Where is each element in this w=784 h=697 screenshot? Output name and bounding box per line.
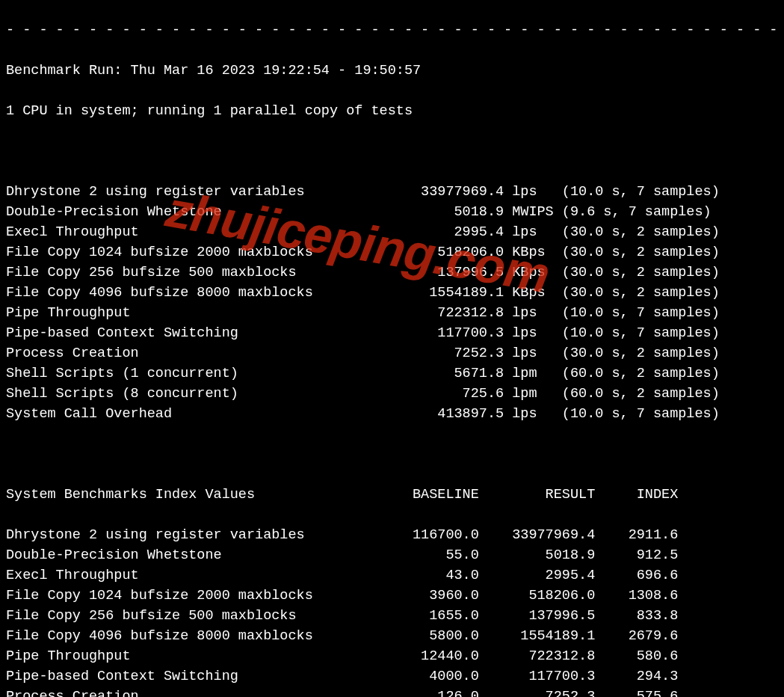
result-row: Pipe-based Context Switching 117700.3 lp… — [6, 323, 778, 343]
result-row: Shell Scripts (1 concurrent) 5671.8 lpm … — [6, 363, 778, 384]
index-row: Dhrystone 2 using register variables 116… — [6, 525, 778, 545]
index-row: Pipe Throughput 12440.0 722312.8 580.6 — [6, 646, 778, 666]
index-row: Double-Precision Whetstone 55.0 5018.9 9… — [6, 545, 778, 565]
results-block: Dhrystone 2 using register variables 339… — [6, 182, 778, 424]
cpu-info-header: 1 CPU in system; running 1 parallel copy… — [6, 101, 778, 121]
result-row: Shell Scripts (8 concurrent) 725.6 lpm (… — [6, 384, 778, 404]
terminal-output: - - - - - - - - - - - - - - - - - - - - … — [0, 0, 784, 697]
result-row: File Copy 1024 bufsize 2000 maxblocks 51… — [6, 242, 778, 262]
index-row: Process Creation 126.0 7252.3 575.6 — [6, 687, 778, 697]
benchmark-run-header: Benchmark Run: Thu Mar 16 2023 19:22:54 … — [6, 61, 778, 81]
index-row: File Copy 4096 bufsize 8000 maxblocks 58… — [6, 626, 778, 646]
blank-line — [6, 444, 778, 464]
result-row: File Copy 256 bufsize 500 maxblocks 1379… — [6, 262, 778, 283]
result-row: Execl Throughput 2995.4 lps (30.0 s, 2 s… — [6, 222, 778, 242]
result-row: Process Creation 7252.3 lps (30.0 s, 2 s… — [6, 343, 778, 363]
index-row: File Copy 256 bufsize 500 maxblocks 1655… — [6, 606, 778, 626]
dash-line: - - - - - - - - - - - - - - - - - - - - … — [6, 20, 778, 40]
index-row: File Copy 1024 bufsize 2000 maxblocks 39… — [6, 586, 778, 606]
blank-line — [6, 141, 778, 162]
index-row: Pipe-based Context Switching 4000.0 1177… — [6, 666, 778, 687]
result-row: Dhrystone 2 using register variables 339… — [6, 182, 778, 202]
index-row: Execl Throughput 43.0 2995.4 696.6 — [6, 565, 778, 586]
result-row: Pipe Throughput 722312.8 lps (10.0 s, 7 … — [6, 303, 778, 323]
result-row: File Copy 4096 bufsize 8000 maxblocks 15… — [6, 283, 778, 303]
result-row: System Call Overhead 413897.5 lps (10.0 … — [6, 404, 778, 424]
result-row: Double-Precision Whetstone 5018.9 MWIPS … — [6, 202, 778, 222]
index-header-line: System Benchmarks Index Values BASELINE … — [6, 485, 778, 505]
index-block: Dhrystone 2 using register variables 116… — [6, 525, 778, 697]
